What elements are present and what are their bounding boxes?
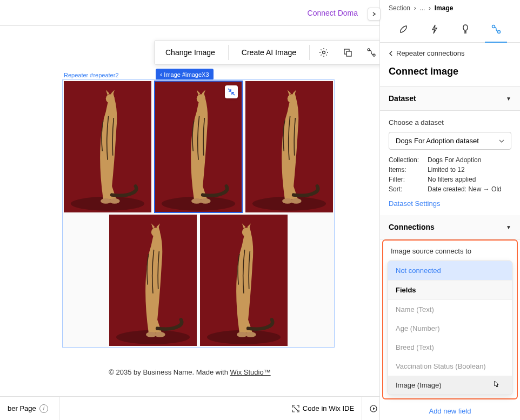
breadcrumb[interactable]: Section › ... › Image (380, 0, 520, 16)
svg-point-12 (197, 94, 205, 103)
repeater-item[interactable] (109, 215, 197, 346)
copy-icon[interactable] (338, 43, 357, 62)
data-tab-icon[interactable] (481, 16, 511, 42)
panel-title: Connect image (380, 64, 520, 86)
option-not-connected[interactable]: Not connected (388, 261, 512, 280)
svg-point-27 (242, 228, 251, 236)
right-panel: Section › ... › Image Repeater connectio… (379, 0, 520, 420)
svg-point-22 (151, 228, 160, 236)
dataset-dropdown[interactable]: Dogs For Adoption dataset (389, 132, 511, 150)
svg-rect-2 (346, 51, 351, 56)
change-image-button[interactable]: Change Image (157, 43, 224, 62)
svg-point-24 (155, 332, 165, 337)
add-new-field-link[interactable]: Add new field (380, 399, 520, 420)
svg-point-0 (323, 51, 325, 54)
svg-point-29 (245, 332, 256, 337)
option-breed[interactable]: Breed (Text) (388, 338, 512, 357)
dataset-section: Choose a dataset Dogs For Adoption datas… (380, 111, 520, 215)
svg-point-17 (288, 94, 296, 103)
interactions-tab-icon[interactable] (450, 16, 481, 42)
repeater-item-selected[interactable] (155, 81, 242, 212)
back-button[interactable]: Repeater connections (380, 43, 520, 64)
svg-point-19 (291, 198, 301, 204)
expand-panel-button[interactable] (368, 8, 381, 21)
settings-icon[interactable] (314, 43, 334, 62)
animation-tab-icon[interactable] (419, 16, 450, 42)
cursor-icon (492, 380, 500, 389)
option-age[interactable]: Age (Number) (388, 319, 512, 338)
selected-image-tag[interactable]: Image #imageX3 (156, 69, 214, 80)
page-selector[interactable]: ber Pagei (0, 397, 59, 421)
create-ai-image-button[interactable]: Create AI Image (233, 43, 305, 62)
field-dropdown: Not connected Fields Name (Text) Age (Nu… (388, 261, 512, 395)
repeater-label: Repeater #repeater2 (64, 72, 119, 78)
wix-studio-link[interactable]: Wix Studio™ (230, 368, 271, 376)
dataset-section-header[interactable]: Dataset▼ (380, 86, 520, 111)
repeater-item[interactable] (245, 81, 333, 212)
repeater-container (62, 79, 335, 348)
connect-data-icon[interactable] (362, 43, 381, 62)
svg-point-4 (373, 54, 375, 56)
panel-tabs (380, 16, 520, 43)
choose-dataset-label: Choose a dataset (389, 118, 511, 126)
image-source-label: Image source connects to (383, 241, 517, 261)
info-icon[interactable]: i (39, 404, 48, 413)
repeater-item[interactable] (64, 81, 151, 212)
svg-point-14 (200, 198, 210, 204)
image-toolbar: Change Image Create AI Image (154, 40, 408, 65)
option-vaccination[interactable]: Vaccination Status (Boolean) (388, 357, 512, 376)
svg-point-9 (109, 198, 119, 204)
footer-text: © 2035 by Business Name. Made with Wix S… (0, 368, 379, 376)
svg-point-7 (106, 94, 115, 103)
option-name[interactable]: Name (Text) (388, 300, 512, 319)
connections-section-header[interactable]: Connections▼ (380, 215, 520, 239)
design-tab-icon[interactable] (389, 16, 419, 42)
fields-group-header: Fields (388, 280, 512, 300)
svg-point-3 (368, 49, 370, 51)
option-image[interactable]: Image (Image) (388, 376, 512, 395)
code-in-ide-button[interactable]: Code in Wix IDE (284, 397, 362, 421)
collapse-icon[interactable] (225, 85, 238, 98)
repeater-item[interactable] (200, 215, 288, 346)
connect-domain-link[interactable]: Connect Doma (308, 9, 358, 17)
connections-highlight: Image source connects to Not connected F… (382, 239, 518, 399)
dataset-settings-link[interactable]: Dataset Settings (389, 199, 511, 208)
